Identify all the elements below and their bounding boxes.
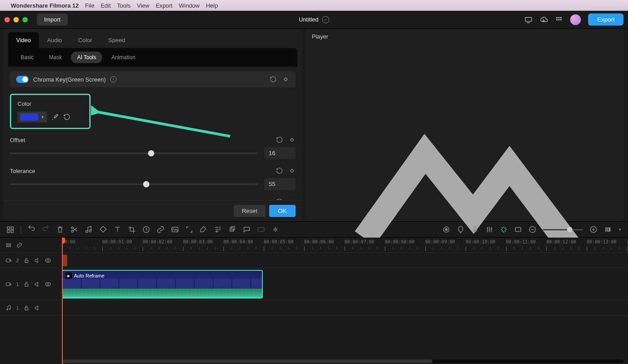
video-track-1[interactable]: ▶ Auto Reframe <box>62 268 628 300</box>
zoom-slider-thumb[interactable] <box>567 227 572 232</box>
scrollbar-thumb[interactable] <box>62 360 432 363</box>
image-icon[interactable] <box>171 225 179 234</box>
offset-slider[interactable] <box>10 152 258 154</box>
frame-icon[interactable] <box>514 225 522 234</box>
link-icon[interactable] <box>157 225 165 234</box>
subtab-mask[interactable]: Mask <box>43 52 68 63</box>
tolerance-value-input[interactable] <box>264 178 296 190</box>
offset-slider-thumb[interactable] <box>148 150 154 156</box>
mixer-icon[interactable] <box>485 225 493 234</box>
maximize-window-icon[interactable] <box>22 17 28 22</box>
mute-icon[interactable] <box>34 257 40 264</box>
app-name[interactable]: Wondershare Filmora 12 <box>11 2 78 9</box>
tracks-area[interactable]: 00:0000:00:01:0000:00:02:0000:00:03:0000… <box>62 238 628 364</box>
reset-color-icon[interactable] <box>63 113 70 121</box>
zoom-in-icon[interactable] <box>589 225 597 234</box>
reset-edge-icon[interactable] <box>276 198 283 200</box>
tab-audio[interactable]: Audio <box>39 32 70 48</box>
visibility-icon[interactable] <box>45 257 51 264</box>
reset-chroma-icon[interactable] <box>270 76 277 83</box>
tolerance-slider-thumb[interactable] <box>143 181 149 187</box>
enhance-icon[interactable] <box>500 225 508 234</box>
audio-bars-icon[interactable] <box>271 225 279 234</box>
info-icon[interactable]: i <box>110 76 117 82</box>
link-tracks-icon[interactable] <box>16 242 22 248</box>
expand-icon[interactable] <box>185 225 193 234</box>
menu-edit[interactable]: Edit <box>100 2 110 9</box>
chat-icon[interactable] <box>243 225 251 234</box>
delete-icon[interactable] <box>56 225 64 234</box>
display-icon[interactable] <box>524 16 532 24</box>
close-window-icon[interactable] <box>4 17 10 22</box>
fit-icon[interactable] <box>604 225 612 234</box>
lock-icon[interactable] <box>23 305 30 311</box>
keyframe-offset-icon[interactable] <box>288 136 296 143</box>
keyframe-chroma-icon[interactable] <box>282 76 289 83</box>
group-icon[interactable] <box>228 225 236 234</box>
video-track-2[interactable] <box>62 253 628 268</box>
record-icon[interactable] <box>442 225 450 234</box>
subtab-animation[interactable]: Animation <box>105 52 141 63</box>
lock-icon[interactable] <box>23 257 30 264</box>
menu-tools[interactable]: Tools <box>117 2 131 9</box>
subtab-ai-tools[interactable]: AI Tools <box>71 52 102 63</box>
subtab-basic[interactable]: Basic <box>14 52 40 63</box>
mute-icon[interactable] <box>34 305 40 311</box>
marker-icon[interactable] <box>457 225 465 234</box>
menu-file[interactable]: File <box>85 2 94 9</box>
reset-tolerance-icon[interactable] <box>276 167 283 174</box>
panels-icon[interactable] <box>6 225 14 234</box>
export-button[interactable]: Export <box>588 13 624 26</box>
collapse-icon[interactable] <box>5 242 12 248</box>
audio-track-1[interactable] <box>62 300 628 316</box>
offset-value-input[interactable] <box>264 147 296 159</box>
cloud-sync-icon[interactable]: ✓ <box>322 16 329 23</box>
zoom-out-icon[interactable] <box>528 225 536 234</box>
visibility-icon[interactable] <box>45 281 51 287</box>
music-icon[interactable] <box>85 225 93 234</box>
cloud-download-icon[interactable] <box>540 16 548 24</box>
menu-view[interactable]: View <box>137 2 149 9</box>
split-icon[interactable] <box>70 225 78 234</box>
tab-color[interactable]: Color <box>70 32 100 48</box>
adjust-icon[interactable] <box>214 225 222 234</box>
tab-video[interactable]: Video <box>8 32 39 48</box>
undo-icon[interactable] <box>27 225 35 234</box>
user-avatar[interactable] <box>570 14 581 25</box>
minimize-window-icon[interactable] <box>13 17 19 22</box>
mute-icon[interactable] <box>34 281 40 287</box>
tab-speed[interactable]: Speed <box>100 32 133 48</box>
import-button[interactable]: Import <box>37 13 68 26</box>
zoom-slider[interactable] <box>543 229 583 230</box>
playhead[interactable] <box>62 238 63 364</box>
horizontal-scrollbar[interactable] <box>62 360 624 363</box>
time-ruler[interactable]: 00:0000:00:01:0000:00:02:0000:00:03:0000… <box>62 238 628 253</box>
reset-offset-icon[interactable] <box>276 136 283 143</box>
reset-button[interactable]: Reset <box>234 205 266 217</box>
ok-button[interactable]: OK <box>269 205 296 217</box>
crop-icon[interactable] <box>128 225 136 234</box>
tolerance-slider[interactable] <box>10 183 258 185</box>
color-swatch-dropdown[interactable]: ▼ <box>17 112 47 122</box>
cc-icon[interactable] <box>257 225 265 234</box>
svg-rect-40 <box>610 228 611 231</box>
redo-icon[interactable] <box>42 225 50 234</box>
video-clip[interactable]: ▶ Auto Reframe <box>62 270 263 299</box>
mic-icon[interactable] <box>471 225 479 234</box>
menu-window[interactable]: Window <box>179 2 200 9</box>
keyframe-tolerance-icon[interactable] <box>288 167 296 174</box>
project-title[interactable]: Untitled <box>299 16 318 23</box>
speed-icon[interactable] <box>142 225 150 234</box>
menu-help[interactable]: Help <box>206 2 218 9</box>
paint-icon[interactable] <box>200 225 208 234</box>
tag-icon[interactable] <box>99 225 107 234</box>
text-icon[interactable] <box>113 225 122 234</box>
chevron-down-icon[interactable]: ▼ <box>618 228 622 232</box>
eyedropper-icon[interactable] <box>52 113 59 121</box>
apps-grid-icon[interactable] <box>555 16 563 24</box>
keyframe-edge-icon[interactable] <box>288 198 296 200</box>
menu-export[interactable]: Export <box>156 2 173 9</box>
empty-area[interactable] <box>62 316 628 360</box>
lock-icon[interactable] <box>23 281 30 287</box>
chroma-key-toggle[interactable] <box>16 76 29 83</box>
